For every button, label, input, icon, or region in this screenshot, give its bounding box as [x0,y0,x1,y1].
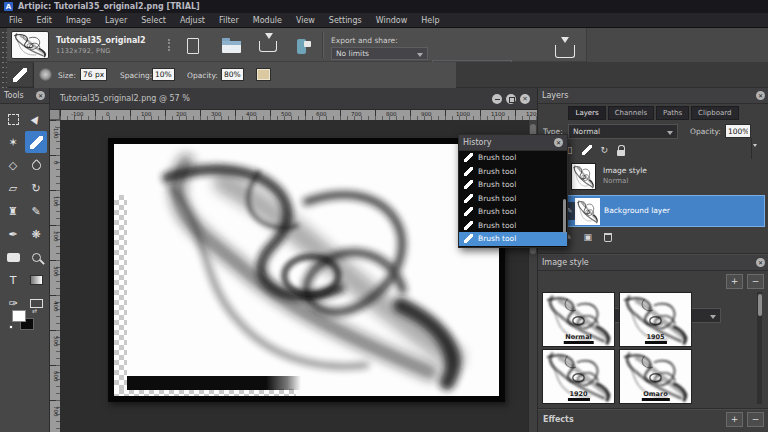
tool-icon: ❋ [31,229,40,240]
tool-button[interactable]: ▶ [25,108,47,130]
brush-tip-preview-icon[interactable] [39,68,52,81]
layer-refresh-icon[interactable]: ↻ [601,144,609,156]
export-limit-dropdown-1[interactable]: No limits [331,47,428,60]
history-panel-header[interactable]: History [459,135,567,151]
menu-item[interactable]: Select [141,16,166,25]
close-document-button[interactable] [520,94,530,104]
tool-icon: ✶ [8,137,17,148]
menu-item[interactable]: Adjust [180,16,205,25]
layer-group-icon[interactable]: ▣ [584,231,593,243]
document-tab-bar[interactable]: Tutorial35_original2.png @ 57 % [50,88,537,110]
remove-style-button[interactable]: − [747,274,764,289]
close-icon[interactable] [756,91,765,100]
panel-tab[interactable]: Layers [568,106,605,120]
menu-item[interactable]: Layer [105,16,127,25]
tool-button[interactable]: T [2,269,24,291]
tool-button[interactable]: ✒ [2,223,24,245]
tools-panel-header[interactable]: Tools [0,88,49,104]
remove-effect-button[interactable]: − [747,412,764,427]
menu-item[interactable]: Help [421,16,439,25]
tool-button[interactable] [2,246,24,268]
export-button[interactable] [293,37,309,55]
close-icon[interactable] [554,138,563,147]
tool-icon: ✒ [8,229,17,240]
tool-button[interactable]: ▱ [2,177,24,199]
opacity-input[interactable] [221,68,244,81]
tool-button[interactable]: ✶ [2,131,24,153]
menu-item[interactable]: Image [66,16,91,25]
tool-button[interactable] [25,246,47,268]
image-style-thumb[interactable]: 1905 [619,292,692,347]
panel-tab[interactable]: Paths [656,106,689,120]
layer-row[interactable]: Image style Normal [541,161,765,193]
image-style-panel-header[interactable]: Image style [538,255,768,271]
layer-thumbnail[interactable] [575,198,600,225]
tool-button[interactable]: ◇ [2,154,24,176]
menu-item[interactable]: File [9,16,22,25]
export-save-button[interactable] [554,42,576,60]
history-item[interactable]: Brush tool [459,151,567,165]
panel-tab[interactable]: Channels [608,106,654,120]
panel-tab[interactable]: Clipboard [691,106,738,120]
size-input[interactable] [80,68,107,81]
layer-opacity-dropdown-arrow[interactable] [751,138,752,159]
tool-button[interactable]: ↻ [25,177,47,199]
history-item[interactable]: Brush tool [459,219,567,233]
history-item[interactable]: Brush tool [459,178,567,192]
history-item[interactable]: Brush tool [459,165,567,179]
add-style-button[interactable]: + [726,274,743,289]
tool-icon: ▶ [30,113,43,125]
open-file-button[interactable] [221,40,241,54]
image-style-thumb[interactable]: Normal [542,292,615,347]
layer-thumbnail[interactable] [571,163,596,190]
history-item[interactable]: Brush tool [459,192,567,206]
minimize-document-button[interactable] [492,94,502,104]
menu-item[interactable]: Module [253,16,282,25]
history-item[interactable]: Brush tool [459,205,567,219]
layer-row-selected[interactable]: ✎ Background layer [541,195,765,227]
layer-blend-mode-dropdown[interactable]: Normal [568,124,678,139]
new-file-button[interactable] [186,37,200,55]
close-icon[interactable] [36,91,45,100]
layer-opacity-input[interactable] [725,124,751,138]
scrollbar-handle[interactable] [758,294,762,316]
menu-item[interactable]: Window [376,16,408,25]
layer-name: Background layer [604,206,670,215]
layer-paint-icon[interactable] [582,145,592,155]
swap-colors-icon[interactable]: ⇄ [32,307,37,314]
style-label: 1905 [644,333,666,344]
image-style-thumb[interactable]: 1920 [542,349,615,404]
spacing-input[interactable] [152,68,175,81]
tool-button[interactable]: ♜ [2,200,24,222]
save-button[interactable] [258,38,278,54]
menu-item[interactable]: Settings [329,16,362,25]
document-thumbnail[interactable] [11,31,49,59]
tool-button[interactable] [25,154,47,176]
tool-button[interactable] [25,131,47,153]
brush-icon [464,194,473,203]
lock-icon[interactable] [617,150,625,156]
tool-button[interactable]: ✎ [25,200,47,222]
history-item[interactable]: Brush tool [459,232,567,246]
tool-button[interactable] [25,269,47,291]
maximize-document-button[interactable] [506,94,516,104]
style-grid-scrollbar[interactable] [757,292,762,404]
active-tool-button[interactable] [7,63,32,86]
delete-layer-icon[interactable] [604,233,612,242]
toolbar-drag-handle[interactable] [0,28,7,88]
brush-color-swatch[interactable] [256,68,271,81]
foreground-color-swatch[interactable] [12,310,26,322]
menu-item[interactable]: View [296,16,315,25]
toolbar-spacer [586,28,768,62]
history-scrollbar[interactable] [563,199,566,233]
menu-item[interactable]: Filter [219,16,239,25]
tool-button[interactable] [2,108,24,130]
layers-panel-header[interactable]: Layers [538,88,768,104]
default-colors-icon[interactable] [9,325,13,329]
image-style-thumb[interactable]: Omaro [619,349,692,404]
tool-button[interactable]: ❋ [25,223,47,245]
add-effect-button[interactable]: + [726,412,743,427]
menu-item[interactable]: Edit [36,16,52,25]
close-icon[interactable] [756,258,765,267]
canvas-image[interactable] [114,144,499,396]
